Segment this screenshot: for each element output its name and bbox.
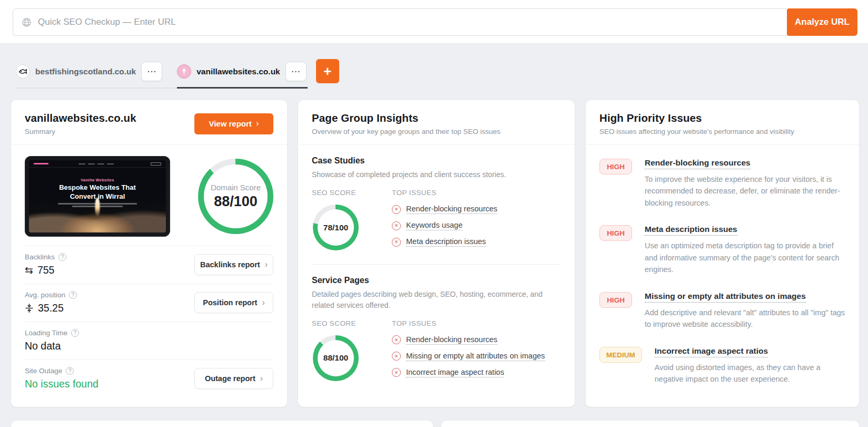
site-tabs-row: bestfishingscotland.co.uk ⋯ vanillawebsi…	[0, 44, 868, 89]
stat-label: Backlinks	[25, 253, 55, 261]
high-priority-issues-card: High Priority Issues SEO issues affectin…	[586, 100, 859, 407]
help-icon[interactable]: ?	[69, 291, 77, 299]
priority-issue-description: Add descriptive and relevant "alt" attri…	[645, 307, 845, 331]
seo-score-gauge: 88/100	[313, 335, 359, 381]
tab-label: bestfishingscotland.co.uk	[35, 67, 136, 76]
priority-issue-link[interactable]: Render-blocking resources	[645, 158, 751, 169]
align-arrows-icon	[25, 304, 34, 313]
issue-link[interactable]: Incorrect image aspect ratios	[406, 368, 504, 377]
analyze-url-button[interactable]: Analyze URL	[787, 8, 857, 36]
url-search-input[interactable]	[38, 17, 778, 27]
domain-score-label: Domain Score	[211, 183, 261, 192]
outage-report-button[interactable]: Outage report ›	[194, 368, 273, 389]
avg-position-row: Avg. position ? 35.25 Position report	[25, 284, 273, 322]
priority-issues-body: HIGH Render-blocking resources To improv…	[586, 145, 859, 392]
thumbnail-hero-text: Vanilla Websites Bespoke Websites That C…	[29, 178, 166, 207]
help-icon[interactable]: ?	[71, 329, 79, 337]
summary-card-body: Vanilla Websites Bespoke Websites That C…	[11, 145, 287, 397]
stat-label: Avg. position	[25, 291, 65, 299]
severity-badge: HIGH	[599, 159, 632, 174]
thumbnail-navbar	[29, 160, 166, 168]
priority-issue-link[interactable]: Meta description issues	[645, 225, 737, 236]
site-tabs-strip: bestfishingscotland.co.uk ⋯ vanillawebsi…	[16, 62, 308, 89]
severity-badge: MEDIUM	[599, 347, 642, 363]
priority-issue-item: HIGH Render-blocking resources To improv…	[599, 149, 845, 216]
tab-vanillawebsites[interactable]: vanillawebsites.co.uk ⋯	[177, 62, 308, 88]
page-group-section: Service Pages Detailed pages describing …	[312, 264, 561, 395]
bottom-cards-row	[0, 407, 868, 427]
issue-link[interactable]: Render-blocking resources	[406, 335, 497, 345]
bottom-card-left	[11, 421, 433, 427]
circle-x-icon: ✕	[392, 352, 401, 361]
priority-issues-title: High Priority Issues	[599, 112, 845, 124]
domain-score-gauge: Domain Score 88/100	[198, 159, 273, 234]
loading-time-value: No data	[25, 340, 61, 352]
seo-score-gauge: 78/100	[313, 205, 359, 250]
help-icon[interactable]: ?	[66, 367, 74, 375]
top-issue-item: ✕ Render-blocking resources	[392, 205, 561, 214]
tab-bestfishingscotland[interactable]: bestfishingscotland.co.uk ⋯	[16, 62, 163, 88]
chevron-right-icon: ›	[265, 260, 268, 269]
issue-link[interactable]: Keywords usage	[406, 221, 462, 230]
position-report-button[interactable]: Position report ›	[194, 292, 273, 313]
priority-issue-description: Use an optimized meta description tag to…	[645, 240, 845, 275]
add-site-button[interactable]: +	[316, 59, 339, 83]
loading-time-row: Loading Time ? No data	[25, 322, 273, 360]
help-icon[interactable]: ?	[58, 253, 66, 261]
top-issue-item: ✕ Meta description issues	[392, 237, 561, 247]
priority-issue-description: To improve the website experience for yo…	[645, 173, 845, 209]
cards-grid: vanillawebsites.co.uk Summary View repor…	[0, 89, 868, 407]
backlinks-report-button[interactable]: Backlinks report ›	[194, 254, 273, 275]
page-group-insights-card: Page Group Insights Overview of your key…	[298, 100, 575, 407]
priority-issue-item: MEDIUM Incorrect image aspect ratios Avo…	[599, 337, 845, 392]
chevron-right-icon: ›	[260, 374, 263, 383]
website-thumbnail: Vanilla Websites Bespoke Websites That C…	[25, 156, 170, 237]
circle-x-icon: ✕	[392, 221, 401, 230]
summary-subtitle: Summary	[25, 128, 136, 135]
page-groups-title: Page Group Insights	[312, 112, 561, 124]
thumbnail-headline: Bespoke Websites That Convert in Wirral	[29, 183, 166, 201]
page-group-name: Service Pages	[312, 276, 561, 285]
summary-hero: Vanilla Websites Bespoke Websites That C…	[25, 145, 273, 246]
site-outage-value: No issues found	[25, 378, 98, 390]
circle-x-icon: ✕	[392, 238, 401, 247]
seo-score-value: 88/100	[323, 353, 348, 363]
priority-issue-link[interactable]: Missing or empty alt attributes on image…	[645, 292, 806, 303]
view-report-button[interactable]: View report ›	[194, 113, 273, 134]
top-issue-item: ✕ Render-blocking resources	[392, 335, 561, 345]
fish-icon	[16, 64, 30, 79]
severity-badge: HIGH	[599, 225, 632, 241]
circle-x-icon: ✕	[392, 368, 401, 377]
backlinks-value: 755	[37, 264, 55, 276]
tab-menu-button[interactable]: ⋯	[285, 62, 307, 81]
page-group-description: Showcase of completed projects and clien…	[312, 169, 559, 180]
page-group-name: Case Studies	[312, 156, 561, 166]
stat-label: Loading Time	[25, 329, 67, 337]
seo-score-label: SEO SCORE	[312, 319, 392, 327]
top-issues-list: ✕ Render-blocking resources ✕ Keywords u…	[392, 205, 561, 247]
top-issues-list: ✕ Render-blocking resources ✕ Missing or…	[392, 335, 561, 377]
avg-position-value: 35.25	[38, 302, 64, 314]
site-summary-card: vanillawebsites.co.uk Summary View repor…	[11, 100, 287, 407]
chevron-right-icon: ›	[256, 118, 259, 129]
circle-x-icon: ✕	[392, 335, 401, 344]
page-group-section: Case Studies Showcase of completed proje…	[312, 145, 561, 264]
tab-menu-button[interactable]: ⋯	[141, 62, 162, 81]
priority-issue-link[interactable]: Incorrect image aspect ratios	[655, 346, 768, 357]
priority-issues-header: High Priority Issues SEO issues affectin…	[586, 100, 859, 145]
issue-link[interactable]: Meta description issues	[406, 237, 486, 247]
stat-label: Site Outage	[25, 367, 62, 375]
tab-label: vanillawebsites.co.uk	[196, 67, 280, 76]
page-groups-body: Case Studies Showcase of completed proje…	[298, 145, 575, 395]
top-issues-label: TOP ISSUES	[392, 189, 561, 197]
bottom-card-right	[441, 421, 859, 427]
seo-score-label: SEO SCORE	[312, 189, 392, 197]
website-screenshot: Vanilla Websites Bespoke Websites That C…	[29, 160, 166, 232]
page-groups-subtitle: Overview of your key page groups and the…	[312, 128, 561, 135]
issue-link[interactable]: Missing or empty alt attributes on image…	[406, 352, 545, 361]
thumbnail-logo: Vanilla Websites	[29, 178, 166, 182]
issue-link[interactable]: Render-blocking resources	[406, 205, 497, 214]
priority-issues-subtitle: SEO issues affecting your website's perf…	[599, 128, 845, 135]
page-groups-header: Page Group Insights Overview of your key…	[298, 100, 575, 145]
seo-score-value: 78/100	[323, 223, 348, 232]
